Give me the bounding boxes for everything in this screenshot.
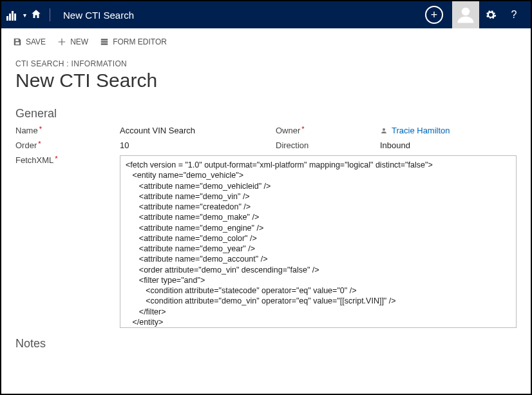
avatar[interactable]	[452, 1, 479, 28]
new-label: NEW	[70, 37, 88, 46]
gear-icon[interactable]	[479, 1, 502, 28]
form-editor-label: FORM EDITOR	[113, 37, 167, 46]
new-button[interactable]: NEW	[57, 37, 88, 46]
owner-field[interactable]: Tracie Hamilton	[380, 126, 517, 135]
page-title: New CTI Search	[63, 10, 134, 21]
record-title: New CTI Search	[15, 70, 517, 92]
owner-value: Tracie Hamilton	[392, 126, 450, 135]
order-label: Order	[15, 140, 112, 150]
name-field[interactable]: Account VIN Search	[120, 126, 268, 135]
direction-label: Direction	[276, 140, 372, 150]
section-notes: Notes	[15, 337, 517, 351]
command-bar: SAVE NEW FORM EDITOR	[1, 28, 531, 55]
topbar: ▾ New CTI Search + ?	[1, 1, 531, 28]
name-label: Name	[15, 126, 112, 135]
svg-point-1	[383, 128, 385, 131]
order-field[interactable]: 10	[120, 140, 268, 150]
divider	[50, 8, 50, 21]
save-label: SAVE	[26, 37, 46, 46]
form-editor-button[interactable]: FORM EDITOR	[100, 37, 167, 46]
add-icon[interactable]: +	[425, 6, 443, 24]
app-logo-icon[interactable]	[6, 9, 18, 21]
owner-label: Owner	[276, 126, 372, 135]
fetchxml-label: FetchXML	[15, 155, 112, 328]
svg-point-0	[462, 8, 470, 16]
save-button[interactable]: SAVE	[13, 37, 46, 46]
person-icon	[380, 127, 388, 135]
fetchxml-field[interactable]: <fetch version = "1.0" output-format="xm…	[120, 155, 517, 328]
section-general: General	[15, 107, 517, 120]
breadcrumb: CTI SEARCH : INFORMATION	[15, 59, 517, 68]
help-icon[interactable]: ?	[502, 1, 526, 28]
direction-field[interactable]: Inbound	[380, 140, 517, 150]
home-icon[interactable]	[30, 8, 42, 22]
chevron-down-icon[interactable]: ▾	[23, 12, 26, 19]
